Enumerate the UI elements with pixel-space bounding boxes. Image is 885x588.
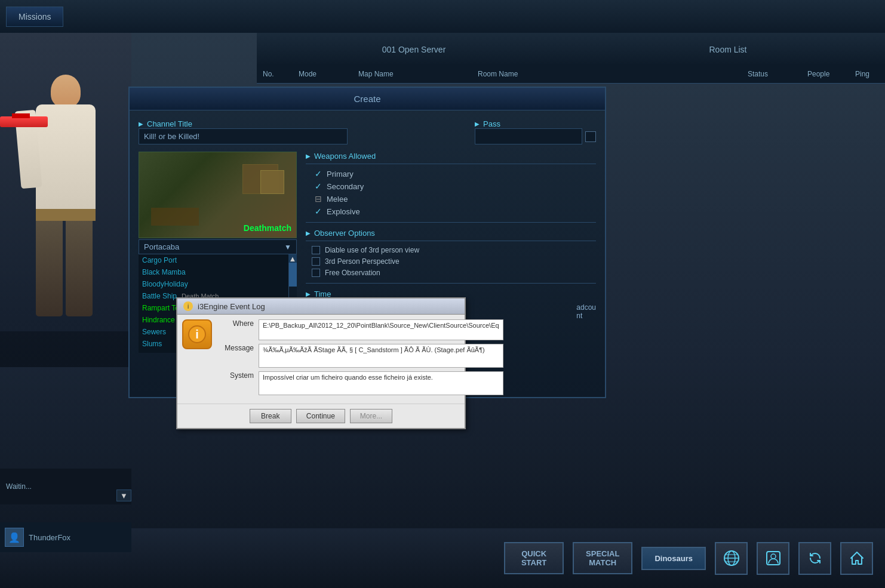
event-log-fields: Where E:\PB_Backup_All\2012_12_20\PointB… [218,319,503,399]
explosive-label: Explosive [327,207,360,216]
map-item-black-mamba[interactable]: Black Mamba [139,266,287,278]
message-label: Message [218,344,254,352]
explosive-check-icon[interactable]: ✓ [315,207,322,216]
event-log-dialog: i i3Engine Event Log i Where E:\PB_Backu… [176,297,466,429]
message-row: Message ¾Ã‰Ã‚µÃ‰ÃžÃ ÃStage ÃÃ, § [ C_San… [218,344,503,368]
col-status: Status [742,70,801,78]
melee-icon[interactable]: ⊟ [315,194,322,204]
obs-checkbox-1[interactable] [312,246,320,254]
where-label: Where [218,319,254,328]
obs-item-2: 3rd Person Perspective [312,257,596,266]
secondary-label: Secondary [327,182,364,191]
message-value-container: ¾Ã‰Ã‚µÃ‰ÃžÃ ÃStage ÃÃ, § [ C_Sandstorm ]… [259,344,503,368]
obs-checkbox-3[interactable] [312,269,320,277]
channel-title-label: Channel Title [139,119,463,128]
event-log-content: i Where E:\PB_Backup_All\2012_12_20\Poin… [182,319,460,399]
system-value: Impossível criar um ficheiro quando esse… [259,371,503,395]
break-button[interactable]: Break [250,409,291,423]
room-list-label: Room List [571,45,885,54]
map-scroll-up[interactable]: ▲ [288,254,297,263]
weapon-explosive: ✓ Explosive [315,207,596,216]
user-icon-button[interactable] [757,542,789,575]
col-room-name: Room Name [472,70,742,78]
obs-item-3: Free Observation [312,269,596,277]
event-log-title-text: i3Engine Event Log [198,302,265,311]
obs-item-1: Diable use of 3rd person view [312,246,596,254]
player-avatar: 👤 [5,528,24,547]
top-bar: Missions [0,0,885,33]
divider-1 [306,222,596,223]
system-value-container: Impossível criar um ficheiro quando esse… [259,371,503,395]
col-no: No. [257,70,293,78]
obs-label-2: 3rd Person Perspective [325,257,400,266]
continue-button[interactable]: Continue [296,409,345,423]
system-row: System Impossível criar um ficheiro quan… [218,371,503,395]
primary-label: Primary [327,170,354,178]
missions-button[interactable]: Missions [6,7,63,27]
col-people: People [801,70,849,78]
where-row: Where E:\PB_Backup_All\2012_12_20\PointB… [218,319,503,340]
character-image [0,33,131,331]
dialog-title: Create [130,88,605,110]
system-label: System [218,371,254,380]
map-scrollbar-thumb[interactable] [289,263,297,287]
weapons-header: Weapons Allowed [306,152,596,164]
warning-icon: i [182,319,212,349]
pass-checkbox[interactable] [585,131,596,142]
svg-point-8 [771,554,776,559]
quick-start-button[interactable]: QUICK START [504,542,564,574]
obs-label-1: Diable use of 3rd person view [325,246,419,254]
obs-checkbox-2[interactable] [312,257,320,266]
weapon-secondary: ✓ Secondary [315,181,596,191]
pass-label: Pass [475,119,596,128]
melee-label: Melee [327,195,348,204]
column-headers: No. Mode Map Name Room Name Status Peopl… [257,64,885,84]
waiting-label: Waitin... [6,482,32,491]
title-pass-row: Channel Title Pass [139,119,596,144]
more-button[interactable]: More... [350,409,392,423]
server-header: 001 Open Server Room List [257,33,885,66]
col-mode: Mode [293,70,352,78]
map-mode-overlay: Deathmatch [244,223,291,233]
map-selector-name: Portacaba [144,242,284,251]
map-item-cargo-port[interactable]: Cargo Port [139,254,287,266]
player-entry: 👤 ThunderFox [0,522,131,552]
svg-text:i: i [195,328,199,341]
bottom-bar: QUICK START SPECIAL MATCH Dinosaurs [0,528,885,588]
refresh-button[interactable] [798,542,831,575]
event-log-title-bar: i i3Engine Event Log [177,298,465,315]
map-preview: Deathmatch [139,152,297,238]
map-dropdown-arrow: ▼ [284,243,291,251]
col-ping: Ping [849,70,885,78]
weapon-primary: ✓ Primary [315,169,596,178]
waiting-area: Waitin... [0,469,131,504]
globe-button[interactable] [715,542,748,575]
server-name: 001 Open Server [257,45,571,54]
channel-title-input[interactable] [139,128,348,144]
message-value: ¾Ã‰Ã‚µÃ‰ÃžÃ ÃStage ÃÃ, § [ C_Sandstorm ]… [259,344,503,368]
broadcast-label: adcount [576,303,596,320]
primary-check-icon[interactable]: ✓ [315,169,322,178]
obs-label-3: Free Observation [325,269,380,277]
where-value-container: E:\PB_Backup_All\2012_12_20\PointBlank\S… [259,319,503,340]
event-log-buttons: Break Continue More... [177,404,465,428]
map-selector[interactable]: Portacaba ▼ [139,239,297,254]
map-item-bloody-holiday[interactable]: BloodyHoliday [139,278,287,290]
observer-header: Observer Options [306,229,596,241]
col-map-name: Map Name [352,70,472,78]
home-button[interactable] [840,542,873,575]
divider-2 [306,283,596,284]
where-value: E:\PB_Backup_All\2012_12_20\PointBlank\S… [259,319,503,340]
character-panel [0,33,131,367]
pass-input[interactable] [475,128,582,144]
weapon-melee: ⊟ Melee [315,194,596,204]
secondary-check-icon[interactable]: ✓ [315,181,322,191]
player-name: ThunderFox [29,533,70,542]
dinosaurs-button[interactable]: Dinosaurs [641,547,706,570]
event-log-body: i Where E:\PB_Backup_All\2012_12_20\Poin… [177,315,465,404]
special-match-button[interactable]: SPECIAL MATCH [573,542,632,574]
scroll-down-button[interactable]: ▼ [116,490,131,501]
event-log-icon: i [183,301,193,311]
